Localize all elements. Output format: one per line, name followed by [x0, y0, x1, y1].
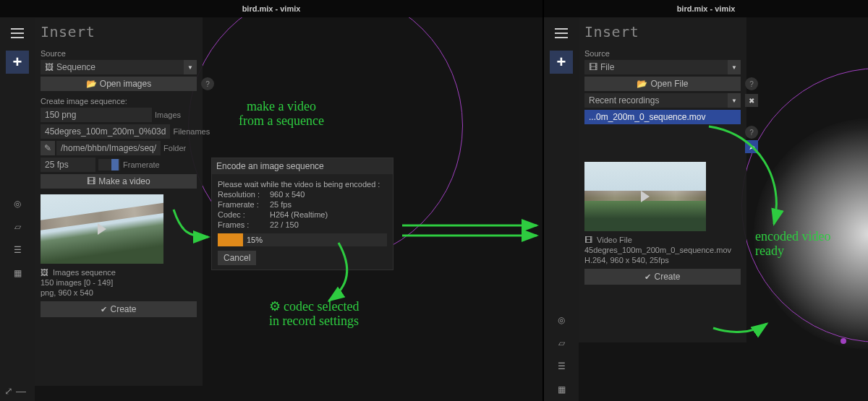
- annotation-arrows: [0, 0, 868, 401]
- anno-make-video: make a video from a sequence: [239, 100, 324, 129]
- anno-codec: ⚙codec selected in record settings: [269, 300, 359, 329]
- anno-ready: encoded video ready: [755, 230, 830, 259]
- gear-icon: ⚙: [269, 299, 281, 314]
